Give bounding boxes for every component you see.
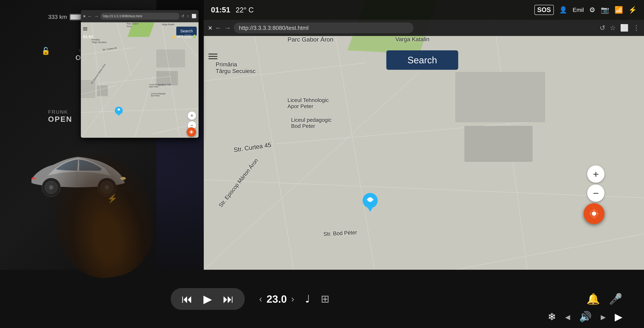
main-map-menu-button[interactable] — [208, 52, 218, 61]
car-image: T ⚡ — [17, 140, 139, 208]
svg-point-8 — [32, 177, 36, 179]
camera-icon[interactable]: 📷 — [601, 6, 609, 14]
reload-icon[interactable]: ↺ — [181, 14, 184, 19]
main-navigation-pin — [361, 191, 379, 213]
bluetooth-icon: ⚡ — [628, 6, 637, 14]
bottom-row-misc: ❄ ◂ 🔊 ▸ ▶ — [548, 311, 622, 322]
browser-forward-button[interactable]: → — [94, 14, 99, 19]
map-menu-button[interactable] — [83, 27, 87, 31]
main-map-search-box[interactable]: Search — [386, 50, 458, 70]
map-zoom-in-button[interactable]: + — [188, 112, 196, 120]
inner-map: 01:51 🌙 18°C LTE 🔋 Search Str. Curtea 45… — [81, 22, 198, 138]
svg-marker-33 — [116, 113, 121, 116]
inner-tablet: × ← → http://3.3.3.3:8080/test.html ↺ ☆ … — [81, 10, 198, 138]
system-status-bar: 01:51 22° C SOS 👤 Emil ⚙ 📷 📶 ⚡ — [204, 0, 644, 20]
main-zoom-controls: + − — [587, 165, 604, 202]
settings-icon[interactable]: ⚙ — [589, 6, 595, 14]
signal-icon: LTE — [185, 35, 191, 38]
screenshot-icon: ⬜ — [192, 14, 196, 19]
sos-badge[interactable]: SOS — [534, 5, 554, 15]
browser-actions: ↺ ☆ ⬜ — [181, 14, 196, 19]
bottom-left-controls — [0, 270, 156, 328]
more-options-button[interactable]: ⋮ — [633, 24, 640, 32]
url-bar[interactable]: http://3.3.3.3:8080/test.html — [100, 13, 179, 20]
large-liceul1: Liceul TehnologicApor Peter — [288, 97, 329, 109]
bottom-right-extended: ❄ ◂ 🔊 ▸ ▶ — [156, 270, 644, 328]
browser-action-icons: ↺ ☆ ⬜ ⋮ — [600, 24, 640, 32]
browser-close-x-button[interactable]: × — [208, 24, 212, 32]
large-varga: Varga Katalin — [395, 36, 430, 43]
navigation-pin — [114, 105, 124, 117]
svg-point-56 — [592, 211, 596, 216]
wifi-icon: 📶 — [614, 6, 623, 14]
star-bookmark-button[interactable]: ☆ — [610, 24, 616, 32]
forward-nav-button[interactable]: ▶ — [615, 311, 622, 322]
browser-close-button[interactable]: × — [83, 14, 86, 19]
battery-status-icon: 🔋 — [192, 35, 196, 39]
large-liceul2: Liceul pedagogicBod Peter — [291, 117, 332, 129]
svg-point-64 — [368, 197, 372, 202]
frunk-label: FRUNK — [48, 109, 68, 115]
svg-point-3 — [49, 185, 53, 190]
system-icons-area: SOS 👤 Emil ⚙ 📷 📶 ⚡ — [534, 5, 637, 15]
main-zoom-in-button[interactable]: + — [587, 165, 604, 183]
volume-down-button[interactable]: ◂ — [565, 311, 570, 322]
bookmark-icon: ☆ — [186, 14, 190, 19]
volume-icon-button[interactable]: 🔊 — [579, 311, 592, 322]
large-primaria: PrimăriaTârgu Secuiesc — [216, 61, 256, 75]
reload-button[interactable]: ↺ — [600, 24, 605, 32]
screenshot-button[interactable]: ⬜ — [620, 24, 628, 32]
browser-forward-arrow[interactable]: → — [224, 24, 231, 32]
user-icon: 👤 — [559, 6, 567, 14]
svg-point-7 — [120, 177, 126, 180]
defrost-icon-button[interactable]: ❄ — [548, 311, 556, 322]
svg-marker-63 — [366, 205, 374, 212]
temp-display: 18°C — [177, 35, 184, 38]
map-location-button[interactable] — [187, 127, 196, 137]
map-time: 01:51 — [83, 35, 93, 39]
browser-back-button[interactable]: ← — [88, 14, 92, 19]
main-zoom-out-button[interactable]: − — [587, 184, 604, 202]
street-label-liceul2: Liceul pedagogicBod Peter — [151, 92, 166, 97]
browser-back-arrow[interactable]: ← — [215, 24, 222, 32]
lightning-icon: ⚡ — [107, 194, 118, 204]
park-label: Parc GaborÁron — [127, 22, 138, 28]
volume-up-button[interactable]: ▸ — [601, 311, 606, 322]
large-parc: Parc Gabor Áron — [288, 36, 333, 43]
main-url-bar[interactable]: http://3.3.3.3:8080/test.html — [234, 23, 414, 33]
battery-km: 333 km — [48, 14, 67, 20]
svg-rect-13 — [156, 50, 185, 68]
lock-icon-area: 🔓 — [41, 47, 50, 55]
frunk-status: OPEN — [48, 115, 72, 124]
svg-text:T: T — [78, 164, 80, 167]
street-label-varga: Varga Katalin — [162, 23, 174, 26]
browser-url-bar: × ← → http://3.3.3.3:8080/test.html ↺ ☆ … — [204, 20, 644, 36]
svg-point-35 — [190, 131, 192, 133]
svg-point-34 — [118, 108, 120, 111]
inner-browser-bar: × ← → http://3.3.3.3:8080/test.html ↺ ☆ … — [81, 10, 198, 22]
map-search-box[interactable]: Search — [176, 27, 197, 36]
svg-rect-16 — [97, 85, 108, 96]
main-location-button[interactable] — [584, 203, 604, 224]
moon-icon: 🌙 — [172, 35, 176, 39]
user-name: Emil — [573, 7, 584, 13]
lock-icon: 🔓 — [41, 47, 50, 55]
svg-rect-55 — [464, 126, 532, 162]
system-temperature: 22° C — [236, 6, 254, 14]
street-label-primaria: PrimăriaTârgu Secuiesc — [92, 39, 106, 44]
battery-area: 333 km — [48, 14, 84, 20]
svg-point-6 — [105, 185, 109, 190]
system-time: 01:51 — [211, 6, 230, 14]
svg-rect-54 — [455, 72, 545, 122]
tablet-status-right: 🌙 18°C LTE 🔋 — [172, 35, 196, 39]
